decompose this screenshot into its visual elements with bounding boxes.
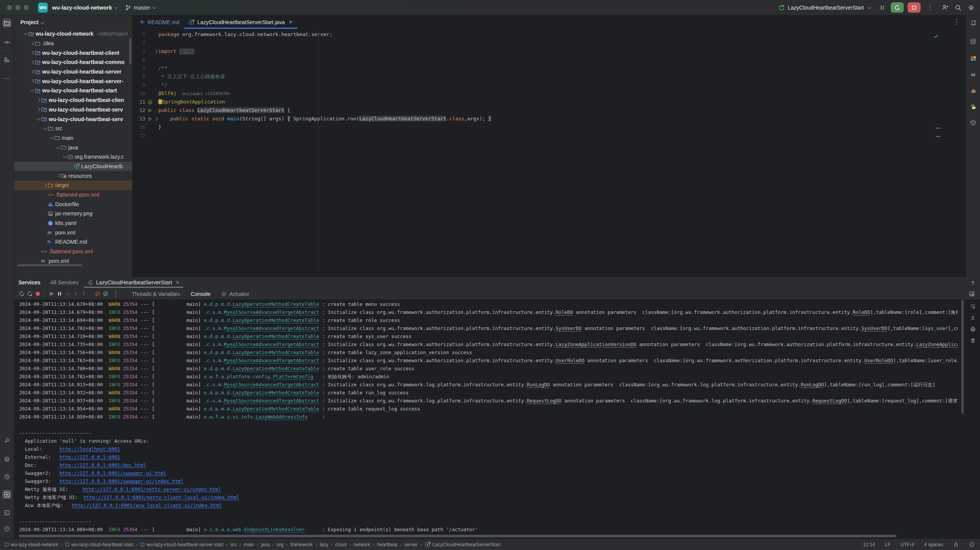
scroll-up-icon[interactable]	[970, 280, 976, 286]
tree-chevron[interactable]	[36, 108, 41, 111]
settings-gear-icon[interactable]	[968, 4, 975, 11]
breakpoints-disabled-icon[interactable]	[102, 291, 109, 297]
breadcrumb-item[interactable]: cloud	[335, 542, 346, 547]
class-link[interactable]: RunLogDO	[527, 382, 550, 387]
logger-link[interactable]: PlatformConfig	[273, 374, 313, 379]
console-url-link[interactable]: http://127.0.0.1:6001/swagger-ui.html	[59, 470, 166, 476]
build-tool-icon[interactable]	[2, 436, 11, 445]
breadcrumb-item[interactable]: java	[261, 542, 270, 547]
tree-row[interactable]: src	[14, 124, 132, 133]
tree-row[interactable]: </>.flattened-pom.xml	[14, 247, 132, 256]
console-url-link[interactable]: http://127.0.0.1:6001/acw-local-client-u…	[72, 502, 222, 508]
logger-link[interactable]: EndpointLinksResolver	[244, 527, 305, 532]
project-scrollbar-horizontal[interactable]	[17, 264, 82, 266]
class-link[interactable]: UserRoleDO	[864, 358, 893, 363]
logger-link[interactable]: MysqlSourceAdvancedTargetAbstract	[224, 398, 319, 404]
close-window-icon[interactable]	[7, 5, 12, 10]
logger-link[interactable]: LazyOperationMethodCreateTable	[233, 350, 319, 355]
tree-row[interactable]: org.framework.lazy.c	[14, 152, 132, 162]
fold-toggle-icon[interactable]	[153, 50, 158, 53]
dependencies-tool-icon[interactable]	[2, 455, 11, 464]
toolbar-more-icon[interactable]: ⋮	[110, 290, 121, 298]
step-over-icon[interactable]	[64, 291, 71, 297]
class-link[interactable]: LazyZoneApplicationVersionDO	[916, 341, 958, 347]
tree-row[interactable]: wu-lazy-cloud-heartbeat-server-	[14, 76, 132, 86]
tree-row[interactable]: mpom.xml	[14, 228, 132, 237]
console-scrollbar-vertical[interactable]	[961, 300, 964, 414]
editor-tab[interactable]: LazyCloudHeartbeatServerStart.java✕	[184, 15, 297, 29]
console-url-link[interactable]: http://127.0.0.1:6001/netty-client-local…	[84, 494, 239, 500]
close-tab-icon[interactable]: ✕	[289, 19, 293, 25]
breadcrumb-item[interactable]: network	[353, 542, 370, 547]
services-panel-title[interactable]: Services	[14, 279, 46, 286]
class-link[interactable]: RequestLogDO	[527, 398, 561, 404]
run-gutter-icon[interactable]	[146, 107, 153, 113]
spring-bean-gutter-icon[interactable]	[146, 99, 153, 105]
mute-breakpoints-icon[interactable]	[94, 291, 101, 297]
services-tab[interactable]: All Services	[46, 277, 83, 288]
maximize-window-icon[interactable]	[24, 5, 29, 10]
breadcrumb-item[interactable]: wu-lazy-cloud-heartbeat-server-start	[140, 542, 223, 547]
tree-chevron[interactable]	[29, 71, 34, 73]
editor-tab[interactable]: M↓README.md	[136, 15, 184, 29]
search-icon[interactable]	[955, 4, 962, 11]
tree-chevron[interactable]	[42, 184, 48, 187]
logger-link[interactable]: LazyOperationMethodCreateTable	[233, 366, 319, 371]
structure-tool-icon[interactable]	[2, 55, 11, 64]
pause-icon[interactable]	[56, 291, 63, 297]
caret-position[interactable]: 12:14	[863, 542, 875, 547]
tree-row[interactable]: wu-lazy-cloud-heartbeat-client	[14, 48, 132, 57]
tree-row[interactable]: M↓README.md	[14, 237, 132, 247]
tree-chevron[interactable]	[29, 51, 34, 54]
maven-tool-icon[interactable]: m	[969, 70, 978, 79]
tree-row[interactable]: Dockerfile	[14, 199, 132, 209]
class-link[interactable]: LazyZoneApplicationVersionDO	[556, 341, 637, 347]
tree-chevron[interactable]	[55, 147, 61, 148]
breadcrumb-item[interactable]: heartbeat	[377, 542, 397, 547]
breadcrumb-item[interactable]: main	[244, 542, 254, 547]
tree-row[interactable]: jar-memory.png	[14, 209, 132, 218]
resume-icon[interactable]	[48, 291, 55, 297]
more-actions-icon[interactable]: ⋮	[924, 3, 936, 11]
tree-row[interactable]: wu-lazy-cloud-heartbeat-server	[14, 67, 132, 77]
editor-options-icon[interactable]: ⋮	[951, 18, 962, 26]
tree-row[interactable]: main	[14, 133, 132, 143]
more-tools-icon[interactable]: ⋯	[2, 74, 11, 83]
tree-chevron[interactable]	[42, 128, 48, 129]
print-icon[interactable]	[970, 326, 976, 332]
tree-row[interactable]: k8s.yaml	[14, 218, 132, 228]
run-config-name[interactable]: LazyCloudHeartbeatServerStart	[788, 5, 864, 11]
console-url-link[interactable]: http://127.0.0.1:6001/doc.html	[59, 462, 146, 468]
rerun-icon[interactable]	[18, 291, 25, 297]
console-url-link[interactable]: http://127.0.0.1:6001/swagger-ui/index.h…	[59, 478, 184, 484]
rerun-debug-icon[interactable]	[26, 291, 33, 297]
view-tab-threads-variables[interactable]: Threads & Variables	[126, 291, 185, 297]
project-name[interactable]: wu-lazy-cloud-network	[52, 5, 112, 11]
tree-chevron[interactable]	[29, 80, 34, 82]
project-panel-header[interactable]: Project	[14, 15, 132, 29]
logger-link[interactable]: MysqlSourceAdvancedTargetAbstract	[224, 382, 319, 387]
class-link[interactable]: RoleDO	[556, 309, 573, 315]
tree-chevron[interactable]	[62, 156, 67, 158]
stop-button[interactable]	[908, 2, 921, 13]
tree-row[interactable]: wu-lazy-cloud-network~/IdeaProject	[14, 29, 132, 39]
minimize-window-icon[interactable]	[15, 5, 20, 10]
tree-row[interactable]: wu-lazy-cloud-heartbeat-start	[14, 86, 132, 95]
commit-tool-icon[interactable]	[2, 38, 11, 47]
console-output[interactable]: 2024-09-28T11:13:14.670+08:00 WARN 25354…	[14, 299, 980, 539]
tree-row[interactable]: wu-lazy-cloud-heartbeat-commo	[14, 57, 132, 67]
logger-link[interactable]: LazyOperationMethodCreateTable	[233, 406, 319, 412]
branch-name[interactable]: master	[134, 5, 150, 11]
code-editor[interactable]: 1package org.framework.lazy.cloud.networ…	[133, 29, 966, 277]
logger-link[interactable]: LazyWebAddressInfo	[256, 414, 307, 420]
tree-row[interactable]: LazyCloudHeartb	[14, 162, 132, 171]
database-tool-icon[interactable]	[969, 37, 978, 46]
console-url-link[interactable]: http://127.0.0.1:6001/netty-server-ui/in…	[82, 486, 221, 492]
console-url-link[interactable]: http://127.0.0.1:6001	[59, 454, 120, 460]
class-link[interactable]: SysUserDO	[862, 325, 888, 331]
tree-row[interactable]: wu-lazy-cloud-heartbeat-serv	[14, 105, 132, 115]
rerun-button[interactable]	[891, 2, 904, 13]
profiler-tool-icon[interactable]	[2, 472, 11, 481]
logger-link[interactable]: LazyOperationMethodCreateTable	[233, 301, 319, 307]
scroll-down-icon[interactable]	[970, 292, 976, 297]
